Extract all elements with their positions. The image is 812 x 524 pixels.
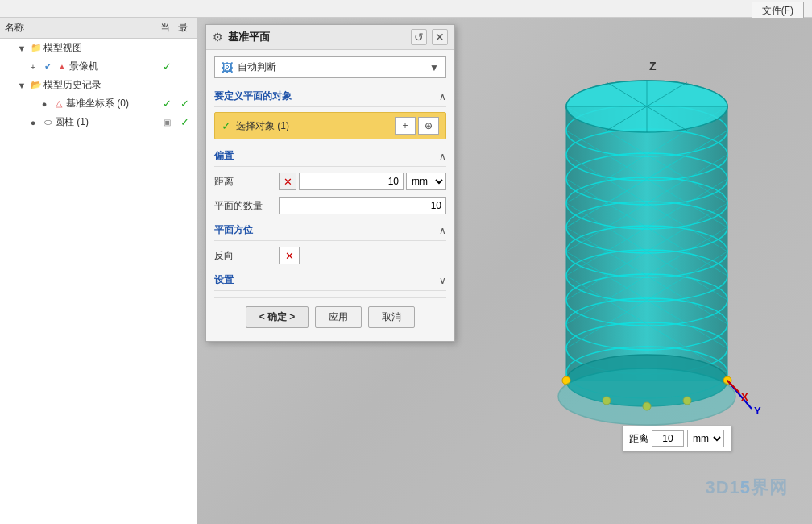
selection-row: ✓ 选择对象 (1) + ⊕ bbox=[214, 112, 446, 139]
refresh-button[interactable]: ↺ bbox=[411, 29, 427, 45]
svg-rect-1 bbox=[566, 106, 727, 381]
dialog-titlebar: ⚙ 基准平面 ↺ ✕ bbox=[206, 25, 454, 50]
auto-judge-label: 自动判断 bbox=[238, 60, 425, 74]
camera-label: 景像机 bbox=[69, 60, 158, 73]
dropdown-arrow-icon: ▼ bbox=[429, 62, 439, 73]
base-coord-vis: ✓ bbox=[176, 98, 193, 110]
svg-text:X: X bbox=[741, 391, 748, 403]
selection-label: 选择对象 (1) bbox=[236, 119, 392, 133]
section-orientation-header[interactable]: 平面方位 ∧ bbox=[214, 220, 446, 241]
distance-overlay-unit[interactable]: mm cm m in bbox=[687, 430, 724, 447]
settings-arrow: ∨ bbox=[439, 275, 446, 286]
menu-bar: 文件(F) bbox=[0, 0, 812, 18]
view-area: ⚙ 基准平面 ↺ ✕ 🖼 自动判断 ▼ 要定义平面的对象 ∧ bbox=[197, 18, 812, 524]
col-name-header: 名称 bbox=[5, 21, 156, 35]
distance-input[interactable] bbox=[299, 173, 404, 190]
cylinder-check: ✓ bbox=[176, 116, 193, 128]
col-cur-header: 当 bbox=[156, 21, 174, 35]
selection-check-icon: ✓ bbox=[222, 119, 231, 132]
planes-count-row: 平面的数量 bbox=[214, 196, 446, 215]
dialog-footer: < 确定 > 应用 取消 bbox=[214, 297, 446, 335]
sidebar-item-camera[interactable]: + ✔ ▲ 景像机 ✓ bbox=[0, 57, 197, 76]
camera-sym: ▲ bbox=[55, 62, 69, 71]
auto-judge-icon: 🖼 bbox=[222, 61, 233, 74]
distance-overlay: 距离 mm cm m in bbox=[622, 426, 731, 451]
sidebar-item-history[interactable]: ▼ 📂 模型历史记录 bbox=[0, 76, 197, 94]
distance-label: 距离 bbox=[214, 175, 279, 189]
coord-bullet: ● bbox=[37, 99, 52, 109]
section-orientation-arrow: ∧ bbox=[439, 225, 446, 236]
cyl-icon: ⬭ bbox=[40, 117, 55, 127]
sidebar-header: 名称 当 最 bbox=[0, 18, 197, 39]
reverse-label: 反向 bbox=[214, 249, 279, 263]
settings-section: 设置 ∨ bbox=[214, 270, 446, 291]
base-coord-check: ✓ bbox=[158, 98, 176, 110]
confirm-button[interactable]: < 确定 > bbox=[246, 306, 309, 328]
section-define-arrow: ∧ bbox=[439, 91, 446, 102]
base-coord-label: 基准坐标系 (0) bbox=[66, 97, 158, 110]
3d-view-cylinder: Z Y X bbox=[530, 26, 764, 455]
sidebar-item-model-view[interactable]: ▼ 📁 模型视图 bbox=[0, 39, 197, 57]
col-vis-header: 最 bbox=[174, 21, 192, 35]
distance-overlay-input[interactable] bbox=[652, 430, 684, 447]
dialog-title-text: 基准平面 bbox=[228, 30, 406, 44]
section-orientation-title: 平面方位 bbox=[214, 223, 439, 237]
folder-icon: 📁 bbox=[29, 43, 44, 53]
dialog-datum-plane: ⚙ 基准平面 ↺ ✕ 🖼 自动判断 ▼ 要定义平面的对象 ∧ bbox=[205, 24, 455, 342]
sidebar: 名称 当 最 ▼ 📁 模型视图 + ✔ ▲ 景像机 ✓ ▼ 📂 模型历史记录 bbox=[0, 18, 197, 524]
history-label: 模型历史记录 bbox=[44, 78, 158, 92]
section-define-header[interactable]: 要定义平面的对象 ∧ bbox=[214, 86, 446, 107]
planes-input[interactable] bbox=[279, 197, 446, 214]
distance-unit-select[interactable]: mm cm m in bbox=[406, 173, 446, 190]
distance-overlay-label: 距离 bbox=[629, 432, 648, 446]
camera-check: ✓ bbox=[158, 60, 176, 73]
camera-icon: ✔ bbox=[40, 61, 55, 72]
dialog-title-icon: ⚙ bbox=[213, 31, 223, 44]
sidebar-item-cylinder[interactable]: ● ⬭ 圆柱 (1) ▣ ✓ bbox=[0, 113, 197, 131]
add-selection-button[interactable]: + bbox=[395, 117, 416, 135]
sidebar-item-base-coord[interactable]: ● △ 基准坐标系 (0) ✓ ✓ bbox=[0, 94, 197, 113]
model-view-label: 模型视图 bbox=[44, 41, 158, 55]
watermark: 3D15界网 bbox=[705, 476, 788, 500]
auto-judge-row: 🖼 自动判断 ▼ bbox=[214, 56, 446, 78]
target-selection-button[interactable]: ⊕ bbox=[418, 117, 439, 135]
coord-icon: △ bbox=[52, 98, 66, 109]
reverse-icon-button[interactable]: ✕ bbox=[279, 247, 300, 264]
settings-title: 设置 bbox=[214, 273, 439, 287]
apply-button[interactable]: 应用 bbox=[315, 306, 362, 328]
history-folder-icon: 📂 bbox=[29, 80, 44, 90]
expand-icon: ▼ bbox=[14, 44, 29, 53]
reverse-input-group: ✕ bbox=[279, 247, 446, 264]
svg-text:Y: Y bbox=[754, 405, 761, 417]
dialog-body: 🖼 自动判断 ▼ 要定义平面的对象 ∧ ✓ 选择对象 (1) + ⊕ bbox=[206, 50, 454, 341]
cylinder-label: 圆柱 (1) bbox=[55, 115, 158, 129]
section-offset-arrow: ∧ bbox=[439, 151, 446, 162]
section-offset-title: 偏置 bbox=[214, 149, 439, 163]
distance-cancel-icon[interactable]: ✕ bbox=[279, 173, 296, 190]
close-button[interactable]: ✕ bbox=[432, 29, 448, 45]
section-define-title: 要定义平面的对象 bbox=[214, 89, 439, 103]
camera-expand: + bbox=[26, 62, 40, 72]
reverse-row: 反向 ✕ bbox=[214, 246, 446, 265]
svg-text:Z: Z bbox=[649, 60, 657, 73]
cyl-bullet: ● bbox=[26, 118, 40, 127]
history-expand: ▼ bbox=[14, 81, 29, 90]
svg-point-40 bbox=[558, 368, 735, 425]
distance-row: 距离 ✕ mm cm m in bbox=[214, 172, 446, 191]
auto-judge-dropdown[interactable]: 🖼 自动判断 ▼ bbox=[214, 56, 446, 78]
cancel-button[interactable]: 取消 bbox=[368, 306, 415, 328]
distance-input-group: ✕ mm cm m in bbox=[279, 173, 446, 190]
main-area: 名称 当 最 ▼ 📁 模型视图 + ✔ ▲ 景像机 ✓ ▼ 📂 模型历史记录 bbox=[0, 18, 812, 524]
cylinder-special: ▣ bbox=[158, 118, 176, 127]
settings-header[interactable]: 设置 ∨ bbox=[214, 270, 446, 291]
watermark-text: 3D1 bbox=[705, 477, 740, 497]
planes-label: 平面的数量 bbox=[214, 199, 279, 213]
section-offset-header[interactable]: 偏置 ∧ bbox=[214, 146, 446, 167]
